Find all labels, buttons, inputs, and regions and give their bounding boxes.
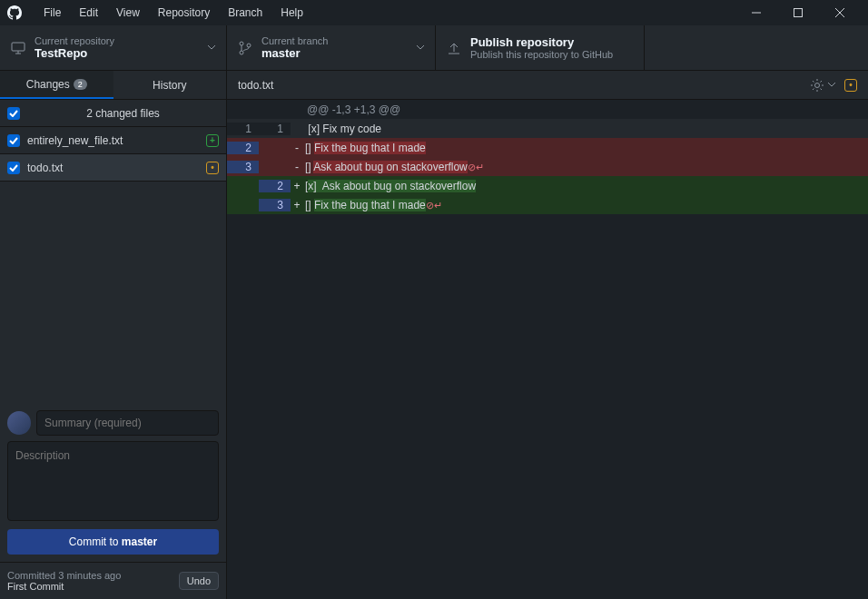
file-row[interactable]: entirely_new_file.txt+ <box>0 127 226 154</box>
diff-status-icon: • <box>844 79 857 92</box>
diff-body: @@ -1,3 +1,3 @@11 [x] Fix my code2-[] Fi… <box>227 100 868 214</box>
diff-panel: todo.txt • @@ -1,3 +1,3 @@11 [x] Fix my … <box>227 71 868 599</box>
close-button[interactable] <box>819 0 861 25</box>
commit-summary-input[interactable] <box>36 410 219 436</box>
menu-item-help[interactable]: Help <box>271 3 312 23</box>
toolbar: Current repository TestRepo Current bran… <box>0 25 868 71</box>
diff-line: 11 [x] Fix my code <box>227 119 868 138</box>
file-status-icon: + <box>206 134 219 147</box>
svg-point-10 <box>815 83 820 87</box>
publish-sub: Publish this repository to GitHub <box>470 49 613 60</box>
file-name: entirely_new_file.txt <box>27 134 206 147</box>
file-name: todo.txt <box>27 162 206 174</box>
diff-line: 2+[x] Ask about bug on stackoverflow <box>227 176 868 195</box>
file-checkbox[interactable] <box>7 134 20 147</box>
sidebar: Changes 2 History 2 changed files entire… <box>0 71 227 599</box>
file-checkbox[interactable] <box>7 162 20 174</box>
diff-line: 3+[] Fix the bug that I made⊘↵ <box>227 195 868 214</box>
diff-filename: todo.txt <box>238 79 810 92</box>
changes-count-badge: 2 <box>74 79 87 90</box>
svg-point-8 <box>240 51 243 54</box>
commit-description-input[interactable] <box>7 441 219 521</box>
file-status-icon: • <box>206 162 219 174</box>
menu-item-view[interactable]: View <box>107 3 149 23</box>
branch-value: master <box>261 46 328 60</box>
github-logo-icon <box>7 5 22 20</box>
sidebar-tabs: Changes 2 History <box>0 71 226 100</box>
file-list: entirely_new_file.txt+todo.txt• <box>0 127 226 182</box>
branch-label: Current branch <box>261 35 328 46</box>
last-commit-message: First Commit <box>7 581 179 592</box>
svg-rect-4 <box>12 43 25 51</box>
commit-form: Commit to master <box>0 403 226 562</box>
file-row[interactable]: todo.txt• <box>0 154 226 182</box>
publish-repository-button[interactable]: Publish repository Publish this reposito… <box>436 25 645 70</box>
file-list-header: 2 changed files <box>0 100 226 127</box>
menu-bar: FileEditViewRepositoryBranchHelp <box>35 3 312 23</box>
file-list-header-text: 2 changed files <box>27 107 219 120</box>
tab-history[interactable]: History <box>113 71 227 99</box>
titlebar: FileEditViewRepositoryBranchHelp <box>0 0 868 25</box>
menu-item-edit[interactable]: Edit <box>70 3 107 23</box>
repo-value: TestRepo <box>35 46 114 60</box>
upload-icon <box>447 41 461 55</box>
svg-point-7 <box>240 42 243 45</box>
diff-hunk-header: @@ -1,3 +1,3 @@ <box>303 103 868 116</box>
current-branch-selector[interactable]: Current branch master <box>227 25 436 70</box>
publish-title: Publish repository <box>470 35 613 49</box>
monitor-icon <box>11 41 25 55</box>
minimize-button[interactable] <box>735 0 777 25</box>
tab-changes[interactable]: Changes 2 <box>0 71 113 99</box>
svg-rect-1 <box>794 9 803 17</box>
last-commit: Committed 3 minutes ago First Commit Und… <box>0 562 226 599</box>
diff-line: 3-[] Ask about bug on stackoverflow⊘↵ <box>227 157 868 176</box>
menu-item-repository[interactable]: Repository <box>149 3 219 23</box>
gear-icon[interactable] <box>810 78 824 93</box>
commit-button[interactable]: Commit to master <box>7 529 219 555</box>
repo-label: Current repository <box>35 35 114 46</box>
maximize-button[interactable] <box>777 0 819 25</box>
chevron-down-icon[interactable] <box>828 83 835 87</box>
menu-item-branch[interactable]: Branch <box>219 3 271 23</box>
current-repository-selector[interactable]: Current repository TestRepo <box>0 25 227 70</box>
last-commit-time: Committed 3 minutes ago <box>7 570 179 581</box>
select-all-checkbox[interactable] <box>7 107 20 120</box>
window-controls <box>735 0 861 25</box>
menu-item-file[interactable]: File <box>35 3 70 23</box>
svg-point-9 <box>247 44 251 47</box>
diff-header: todo.txt • <box>227 71 868 100</box>
undo-button[interactable]: Undo <box>179 572 219 590</box>
chevron-down-icon <box>208 45 215 50</box>
diff-line: 2-[] Fix the bug that I made <box>227 138 868 157</box>
avatar <box>7 411 31 435</box>
branch-icon <box>238 41 252 55</box>
chevron-down-icon <box>417 45 424 50</box>
